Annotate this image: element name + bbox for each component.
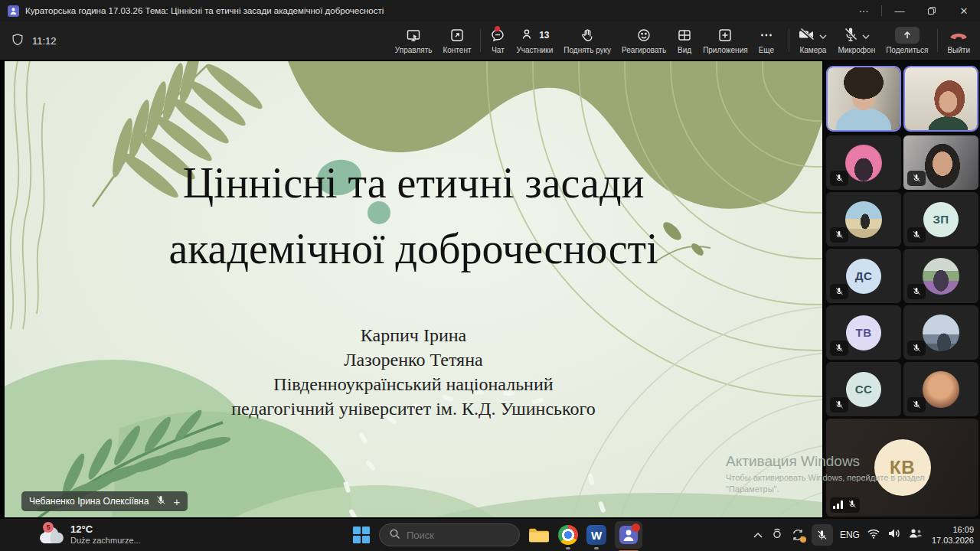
running-indicator bbox=[594, 547, 599, 549]
raise-hand-button[interactable]: Поднять руку bbox=[558, 24, 616, 57]
maximize-restore-button[interactable] bbox=[916, 0, 948, 21]
react-button[interactable]: Реагировать bbox=[616, 24, 671, 57]
toolbar-separator bbox=[480, 29, 481, 52]
language-indicator[interactable]: ENG bbox=[840, 530, 860, 540]
participant-tile-2[interactable] bbox=[903, 66, 978, 132]
camera-button[interactable]: Камера bbox=[793, 24, 832, 57]
share-content-icon bbox=[449, 27, 465, 44]
participant-video bbox=[828, 67, 900, 130]
author-line: Лазоренко Тетяна bbox=[5, 347, 822, 372]
mic-muted-badge bbox=[830, 341, 848, 356]
participant-tile-1[interactable] bbox=[826, 66, 901, 132]
tray-sync-icon[interactable] bbox=[791, 528, 805, 542]
participant-tile-8[interactable] bbox=[903, 249, 978, 303]
minimize-button[interactable]: — bbox=[884, 0, 916, 21]
teams-app-icon bbox=[8, 5, 19, 17]
participant-video bbox=[905, 67, 977, 130]
tray-time: 16:09 bbox=[952, 524, 974, 535]
close-button[interactable]: ✕ bbox=[948, 0, 980, 21]
search-input[interactable] bbox=[407, 530, 510, 541]
people-icon bbox=[520, 27, 535, 44]
taskbar-clock[interactable]: 16:09 17.03.2026 bbox=[932, 524, 974, 546]
avatar bbox=[923, 315, 959, 351]
teams-button[interactable] bbox=[615, 521, 642, 549]
taskbar-search[interactable] bbox=[379, 523, 520, 546]
word-button[interactable]: W bbox=[586, 525, 606, 545]
raise-hand-icon bbox=[580, 27, 595, 44]
screen-control-icon bbox=[406, 27, 421, 44]
tray-people-icon[interactable] bbox=[908, 527, 923, 543]
participant-tile-13[interactable]: КВ bbox=[826, 419, 978, 517]
participant-tile-11[interactable]: СС bbox=[826, 362, 901, 416]
grid-view-icon bbox=[677, 27, 692, 44]
participant-tile-12[interactable] bbox=[903, 362, 978, 416]
microphone-button[interactable]: Микрофон bbox=[832, 24, 880, 57]
start-button[interactable] bbox=[352, 526, 371, 544]
word-icon: W bbox=[586, 525, 606, 545]
participants-button[interactable]: 13 Участники bbox=[511, 24, 558, 57]
weather-widget[interactable]: 5 12°C Duże zachmurze... bbox=[38, 519, 141, 551]
chrome-button[interactable] bbox=[558, 525, 578, 545]
participant-tile-5[interactable] bbox=[826, 192, 901, 246]
tray-mic-muted-icon[interactable] bbox=[812, 524, 833, 546]
camera-dropdown-chevron-icon[interactable] bbox=[819, 30, 827, 41]
teams-icon bbox=[619, 526, 638, 544]
tray-circle-icon[interactable] bbox=[770, 527, 784, 543]
avatar bbox=[923, 258, 959, 295]
mic-muted-badge bbox=[907, 341, 926, 356]
ellipsis-icon bbox=[759, 27, 774, 44]
weather-alert-badge: 5 bbox=[43, 522, 54, 533]
participant-tile-9[interactable]: ТВ bbox=[826, 305, 901, 360]
manage-button[interactable]: Управлять bbox=[390, 24, 438, 57]
share-button[interactable]: Поделиться bbox=[880, 24, 933, 57]
slide-authors: Карпич Ірина Лазоренко Тетяна Південноук… bbox=[5, 323, 822, 421]
teams-notification-dot bbox=[632, 523, 640, 532]
wifi-icon[interactable] bbox=[867, 528, 880, 543]
smiley-icon bbox=[636, 27, 652, 44]
presenter-name: Чебаненко Ірина Олексіївна bbox=[29, 496, 149, 507]
search-icon bbox=[389, 528, 400, 543]
weather-condition: Duże zachmurze... bbox=[70, 535, 141, 546]
participant-tile-6[interactable]: ЗП bbox=[903, 192, 978, 246]
participant-tile-3[interactable] bbox=[826, 135, 901, 190]
volume-icon[interactable] bbox=[887, 527, 901, 543]
hangup-icon bbox=[949, 27, 968, 44]
leave-button[interactable]: Выйти bbox=[942, 24, 975, 57]
content-button[interactable]: Контент bbox=[437, 24, 476, 57]
meeting-duration: 11:12 bbox=[32, 35, 57, 47]
more-button[interactable]: Еще bbox=[753, 24, 779, 57]
participant-tile-4[interactable] bbox=[903, 135, 978, 190]
camera-off-icon bbox=[799, 27, 815, 44]
mic-muted-badge bbox=[907, 171, 926, 186]
signal-bars-icon bbox=[833, 498, 843, 512]
mic-muted-badge bbox=[830, 397, 848, 412]
author-line: Карпич Ірина bbox=[5, 323, 822, 347]
slide-title-line2: академічної доброчесності bbox=[5, 216, 822, 282]
participant-tile-7[interactable]: ДС bbox=[826, 249, 901, 303]
tray-chevron-up-icon[interactable] bbox=[753, 528, 763, 542]
window-titlebar: Кураторська година 17.03.26 Тема: Цінніс… bbox=[0, 0, 980, 21]
weather-temperature: 12°C bbox=[70, 524, 141, 535]
participant-tile-10[interactable] bbox=[903, 305, 978, 360]
presenter-name-label[interactable]: Чебаненко Ірина Олексіївна + bbox=[21, 491, 188, 511]
meeting-stage: Ціннісні та етичні засади академічної до… bbox=[0, 60, 980, 519]
chat-button[interactable]: Чат bbox=[485, 24, 511, 57]
slide-title-line1: Ціннісні та етичні засади bbox=[5, 150, 822, 216]
mic-off-icon bbox=[843, 27, 858, 44]
mic-dropdown-chevron-icon[interactable] bbox=[862, 30, 870, 41]
sync-status-dot bbox=[800, 536, 806, 543]
participants-strip: ЗП ДС ТВ СС bbox=[824, 60, 980, 519]
mic-muted-badge bbox=[907, 397, 926, 412]
slide-title: Ціннісні та етичні засади академічної до… bbox=[5, 150, 822, 282]
author-line: Південноукраїнський національний bbox=[5, 372, 822, 396]
pin-add-button[interactable]: + bbox=[173, 496, 180, 507]
presentation-slide: Ціннісні та етичні засади академічної до… bbox=[5, 61, 822, 517]
apps-button[interactable]: Приложения bbox=[697, 24, 753, 57]
file-explorer-button[interactable] bbox=[528, 526, 550, 544]
view-button[interactable]: Вид bbox=[671, 24, 697, 57]
meeting-toolbar: 11:12 Управлять Контент Чат 13 bbox=[0, 21, 980, 60]
avatar bbox=[923, 371, 959, 408]
window-more-button[interactable]: ⋯ bbox=[848, 0, 880, 21]
participants-count: 13 bbox=[539, 30, 549, 41]
windows-taskbar: 5 12°C Duże zachmurze... W bbox=[0, 519, 980, 551]
